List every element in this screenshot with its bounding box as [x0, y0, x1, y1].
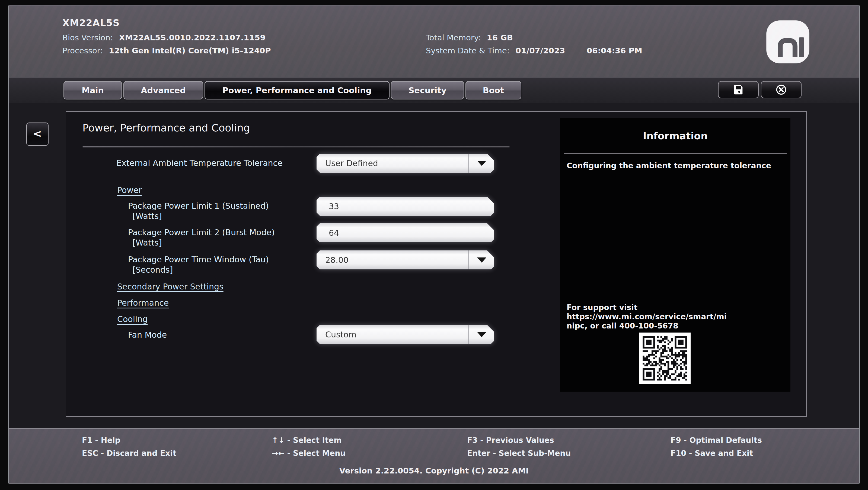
link-cooling[interactable]: Cooling: [117, 315, 148, 324]
exit-button[interactable]: [761, 81, 802, 98]
information-title: Information: [560, 130, 790, 141]
ppl1-input[interactable]: [316, 197, 494, 216]
fan-mode-value: Custom: [325, 330, 356, 339]
ambient-tolerance-select[interactable]: User Defined: [316, 154, 494, 173]
support-line-3: nipc, or call 400-100-5678: [567, 321, 727, 331]
mi-logo-icon: [766, 20, 810, 64]
chevron-down-icon: [468, 154, 494, 173]
ambient-tolerance-value: User Defined: [325, 159, 378, 168]
mi-logo: [766, 20, 810, 64]
model-name: XM22AL5S: [62, 18, 120, 28]
system-time-value: 06:04:36 PM: [587, 46, 642, 55]
title-divider: [83, 146, 510, 148]
hotkey-f1: F1 - Help: [82, 436, 120, 445]
menu-tab-bar: Main Advanced Power, Performance and Coo…: [9, 77, 859, 103]
tab-advanced[interactable]: Advanced: [123, 81, 203, 99]
tab-security[interactable]: Security: [391, 81, 464, 99]
ppl1-unit: [Watts]: [132, 211, 162, 221]
tau-unit: [Seconds]: [132, 265, 173, 274]
total-memory-line: Total Memory: 16 GB: [426, 33, 513, 42]
fan-mode-label: Fan Mode: [128, 330, 167, 339]
bios-version-label: Bios Version:: [62, 33, 113, 42]
circle-x-icon: [775, 84, 787, 96]
fan-mode-select[interactable]: Custom: [316, 325, 494, 344]
total-memory-label: Total Memory:: [426, 33, 481, 42]
ppl2-unit: [Watts]: [132, 238, 162, 248]
bios-screen: XM22AL5S Bios Version: XM22AL5S.0010.202…: [8, 5, 860, 484]
total-memory-value: 16 GB: [487, 33, 513, 42]
chevron-down-icon: [468, 325, 494, 344]
floppy-disk-icon: [732, 84, 745, 96]
qr-code: [639, 332, 691, 384]
monitor-bezel: { "header": { "model": "XM22AL5S", "bios…: [0, 0, 868, 490]
bios-header: XM22AL5S Bios Version: XM22AL5S.0010.202…: [9, 5, 859, 77]
information-divider: [564, 153, 786, 154]
content-area: < Power, Performance and Cooling Externa…: [9, 103, 859, 428]
hotkey-f9: F9 - Optimal Defaults: [671, 436, 762, 445]
hotkey-select-item: ↑↓ - Select Item: [272, 436, 341, 445]
tab-boot[interactable]: Boot: [465, 81, 521, 99]
tau-label: Package Power Time Window (Tau): [128, 255, 269, 264]
tab-main[interactable]: Main: [63, 81, 122, 99]
processor-value: 12th Gen Intel(R) Core(TM) i5-1240P: [109, 46, 271, 55]
ppl2-label: Package Power Limit 2 (Burst Mode): [128, 228, 275, 237]
hotkey-f10: F10 - Save and Exit: [671, 449, 753, 458]
page-title: Power, Performance and Cooling: [83, 122, 250, 134]
ppl1-label: Package Power Limit 1 (Sustained): [128, 201, 269, 210]
system-datetime-line: System Date & Time: 01/07/2023 06:04:36 …: [426, 46, 642, 55]
ppl1-input-wrap: [316, 197, 494, 216]
version-text: Version 2.22.0054. Copyright (C) 2022 AM…: [9, 466, 859, 476]
ambient-tolerance-label: External Ambient Temperature Tolerance: [116, 158, 283, 168]
section-power: Power: [117, 185, 142, 195]
hotkey-f3: F3 - Previous Values: [467, 436, 554, 445]
processor-label: Processor:: [62, 46, 103, 55]
ppl2-input[interactable]: [316, 223, 494, 242]
hotkey-esc: ESC - Discard and Exit: [82, 449, 176, 458]
tau-select[interactable]: 28.00: [316, 251, 494, 269]
chevron-down-icon: [468, 251, 494, 269]
support-line-1: For support visit: [567, 303, 727, 312]
hotkey-help-bar: F1 - Help ESC - Discard and Exit ↑↓ - Se…: [9, 428, 859, 484]
save-button[interactable]: [718, 81, 759, 98]
link-secondary-power-settings[interactable]: Secondary Power Settings: [117, 282, 223, 291]
tab-power-performance-cooling[interactable]: Power, Performance and Cooling: [205, 81, 390, 99]
menu-tabs: Main Advanced Power, Performance and Coo…: [63, 81, 521, 99]
link-performance[interactable]: Performance: [117, 298, 169, 307]
information-body: Configuring the ambient temperature tole…: [567, 161, 784, 170]
information-panel: Information Configuring the ambient temp…: [560, 118, 790, 392]
support-text: For support visit https://www.mi.com/ser…: [567, 303, 727, 331]
system-datetime-label: System Date & Time:: [426, 46, 509, 55]
hotkey-enter: Enter - Select Sub-Menu: [467, 449, 571, 458]
processor-line: Processor: 12th Gen Intel(R) Core(TM) i5…: [62, 46, 271, 55]
hotkey-select-menu: →← - Select Menu: [272, 449, 346, 458]
bios-version-value: XM22AL5S.0010.2022.1107.1159: [119, 33, 265, 42]
back-button[interactable]: <: [26, 123, 49, 146]
system-date-value: 01/07/2023: [516, 46, 565, 55]
window-buttons: [718, 81, 802, 98]
settings-panel: Power, Performance and Cooling External …: [66, 111, 807, 417]
ppl2-input-wrap: [316, 223, 494, 242]
tau-value: 28.00: [325, 255, 348, 265]
bios-version-line: Bios Version: XM22AL5S.0010.2022.1107.11…: [62, 33, 266, 42]
support-line-2: https://www.mi.com/service/smart/mi: [567, 312, 727, 321]
